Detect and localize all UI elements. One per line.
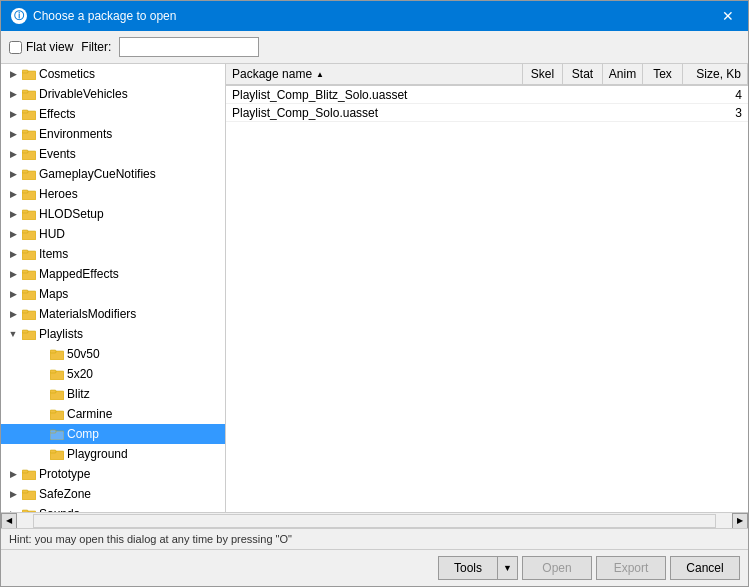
- title-bar: ⓘ Choose a package to open ✕: [1, 1, 748, 31]
- file-list-header: Package name ▲ Skel Stat Anim Tex Size, …: [226, 64, 748, 86]
- tools-dropdown-button[interactable]: ▼: [498, 556, 518, 580]
- tree-item-hlodsetup[interactable]: ▶ HLODSetup: [1, 204, 225, 224]
- cancel-button[interactable]: Cancel: [670, 556, 740, 580]
- svg-rect-17: [22, 230, 28, 233]
- tree-item-safezone[interactable]: ▶ SafeZone: [1, 484, 225, 504]
- svg-rect-27: [22, 330, 28, 333]
- tree-item-carmine[interactable]: Carmine: [1, 404, 225, 424]
- flat-view-wrap: Flat view: [9, 40, 73, 54]
- expander-blitz[interactable]: [33, 386, 49, 402]
- col-header-tex[interactable]: Tex: [643, 64, 683, 84]
- file-list: Playlist_Comp_Blitz_Solo.uasset4Playlist…: [226, 86, 748, 512]
- expander-hud[interactable]: ▶: [5, 226, 21, 242]
- svg-rect-31: [50, 370, 56, 373]
- close-button[interactable]: ✕: [718, 6, 738, 26]
- expander-mappedeffects[interactable]: ▶: [5, 266, 21, 282]
- expander-prototype[interactable]: ▶: [5, 466, 21, 482]
- flat-view-checkbox[interactable]: [9, 41, 22, 54]
- tree-item-playground[interactable]: Playground: [1, 444, 225, 464]
- svg-rect-23: [22, 290, 28, 293]
- tree-item-effects[interactable]: ▶ Effects: [1, 104, 225, 124]
- folder-icon-safezone: [21, 486, 37, 502]
- col-header-stat[interactable]: Stat: [563, 64, 603, 84]
- tree-item-playlists[interactable]: ▼ Playlists: [1, 324, 225, 344]
- tree-item-heroes[interactable]: ▶ Heroes: [1, 184, 225, 204]
- folder-icon-gameplaycuenotifies: [21, 166, 37, 182]
- tree-item-blitz[interactable]: Blitz: [1, 384, 225, 404]
- expander-50v50[interactable]: [33, 346, 49, 362]
- tree-label-cosmetics: Cosmetics: [39, 67, 95, 81]
- svg-rect-5: [22, 110, 28, 113]
- title-bar-left: ⓘ Choose a package to open: [11, 8, 176, 24]
- tree-label-mappedeffects: MappedEffects: [39, 267, 119, 281]
- expander-hlodsetup[interactable]: ▶: [5, 206, 21, 222]
- tree-item-sounds[interactable]: ▶ Sounds: [1, 504, 225, 512]
- col-header-anim[interactable]: Anim: [603, 64, 643, 84]
- tree-label-blitz: Blitz: [67, 387, 90, 401]
- expander-environments[interactable]: ▶: [5, 126, 21, 142]
- tree-label-hud: HUD: [39, 227, 65, 241]
- folder-icon-drivablevehicles: [21, 86, 37, 102]
- svg-rect-15: [22, 210, 28, 213]
- folder-icon-50v50: [49, 346, 65, 362]
- expander-comp[interactable]: [33, 426, 49, 442]
- file-row-1[interactable]: Playlist_Comp_Solo.uasset3: [226, 104, 748, 122]
- tree-item-drivablevehicles[interactable]: ▶ DrivableVehicles: [1, 84, 225, 104]
- folder-icon-playlists: [21, 326, 37, 342]
- col-header-size[interactable]: Size, Kb: [683, 64, 748, 84]
- svg-rect-7: [22, 130, 28, 133]
- expander-events[interactable]: ▶: [5, 146, 21, 162]
- expander-materialsmodifiers[interactable]: ▶: [5, 306, 21, 322]
- file-row-0[interactable]: Playlist_Comp_Blitz_Solo.uasset4: [226, 86, 748, 104]
- open-button[interactable]: Open: [522, 556, 592, 580]
- flat-view-label: Flat view: [26, 40, 73, 54]
- folder-icon-materialsmodifiers: [21, 306, 37, 322]
- folder-icon-heroes: [21, 186, 37, 202]
- col-header-package[interactable]: Package name ▲: [226, 64, 523, 84]
- file-cell-fc-size: 4: [683, 88, 748, 102]
- folder-icon-playground: [49, 446, 65, 462]
- tree-item-5x20[interactable]: 5x20: [1, 364, 225, 384]
- expander-playlists[interactable]: ▼: [5, 326, 21, 342]
- expander-drivablevehicles[interactable]: ▶: [5, 86, 21, 102]
- tree-item-environments[interactable]: ▶ Environments: [1, 124, 225, 144]
- expander-playground[interactable]: [33, 446, 49, 462]
- expander-gameplaycuenotifies[interactable]: ▶: [5, 166, 21, 182]
- expander-cosmetics[interactable]: ▶: [5, 66, 21, 82]
- expander-maps[interactable]: ▶: [5, 286, 21, 302]
- expander-carmine[interactable]: [33, 406, 49, 422]
- filter-input[interactable]: [119, 37, 259, 57]
- folder-icon-cosmetics: [21, 66, 37, 82]
- toolbar: Flat view Filter:: [1, 31, 748, 64]
- tree-item-comp[interactable]: Comp: [1, 424, 225, 444]
- tree-item-materialsmodifiers[interactable]: ▶ MaterialsModifiers: [1, 304, 225, 324]
- tree-label-hlodsetup: HLODSetup: [39, 207, 104, 221]
- expander-items[interactable]: ▶: [5, 246, 21, 262]
- expander-effects[interactable]: ▶: [5, 106, 21, 122]
- expander-heroes[interactable]: ▶: [5, 186, 21, 202]
- tree-item-maps[interactable]: ▶ Maps: [1, 284, 225, 304]
- tree-item-50v50[interactable]: 50v50: [1, 344, 225, 364]
- tree-item-items[interactable]: ▶ Items: [1, 244, 225, 264]
- col-header-skel[interactable]: Skel: [523, 64, 563, 84]
- folder-icon-comp: [49, 426, 65, 442]
- right-panel: Package name ▲ Skel Stat Anim Tex Size, …: [226, 64, 748, 512]
- tree-label-safezone: SafeZone: [39, 487, 91, 501]
- scroll-left-btn[interactable]: ◀: [1, 513, 17, 529]
- tree-item-events[interactable]: ▶ Events: [1, 144, 225, 164]
- tree-label-effects: Effects: [39, 107, 75, 121]
- tree-item-gameplaycuenotifies[interactable]: ▶ GameplayCueNotifies: [1, 164, 225, 184]
- scroll-right-btn[interactable]: ▶: [732, 513, 748, 529]
- tools-button[interactable]: Tools: [438, 556, 498, 580]
- tree-label-materialsmodifiers: MaterialsModifiers: [39, 307, 136, 321]
- tree-item-cosmetics[interactable]: ▶ Cosmetics: [1, 64, 225, 84]
- expander-safezone[interactable]: ▶: [5, 486, 21, 502]
- tree-item-mappedeffects[interactable]: ▶ MappedEffects: [1, 264, 225, 284]
- file-cell-fc-package: Playlist_Comp_Solo.uasset: [226, 106, 523, 120]
- tree-label-prototype: Prototype: [39, 467, 90, 481]
- tree-label-comp: Comp: [67, 427, 99, 441]
- expander-5x20[interactable]: [33, 366, 49, 382]
- export-button[interactable]: Export: [596, 556, 666, 580]
- tree-item-prototype[interactable]: ▶ Prototype: [1, 464, 225, 484]
- tree-item-hud[interactable]: ▶ HUD: [1, 224, 225, 244]
